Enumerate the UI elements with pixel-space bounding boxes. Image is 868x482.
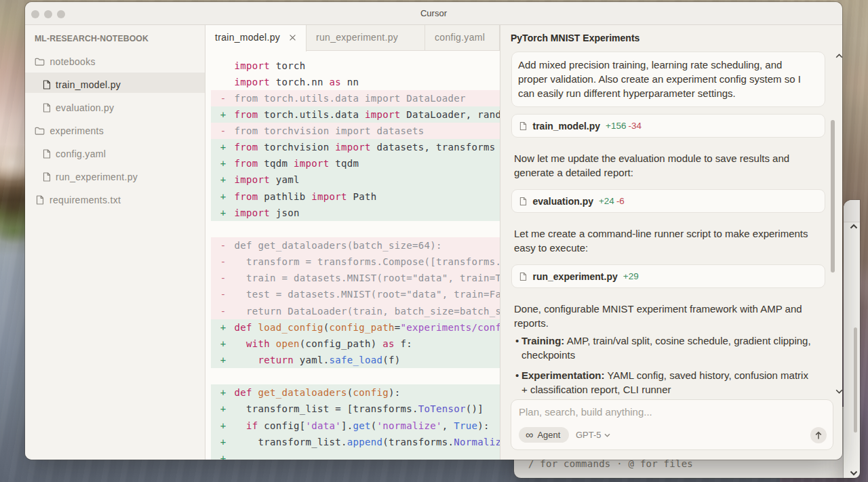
assistant-paragraph: Done, configurable MNIST experiment fram… — [514, 302, 819, 330]
code-line: -from torch.utils.data import DataLoader — [211, 90, 500, 106]
assistant-paragraph: Now let me update the evaluation module … — [514, 151, 819, 180]
file-diff-chip-evaluation-py[interactable]: evaluation.py+24-6 — [511, 189, 825, 213]
code-token: def — [235, 387, 252, 398]
tab-train-model-py[interactable]: train_model.py — [205, 25, 307, 52]
sidebar-item-notebooks[interactable]: notebooks — [25, 50, 205, 73]
editor-column: train_model.pyrun_experiment.pyconfig.ya… — [205, 25, 500, 460]
scroll-up-icon[interactable] — [850, 224, 858, 229]
model-name: GPT-5 — [576, 430, 601, 440]
diff-plus-sign: + — [218, 418, 228, 434]
agent-mode-pill[interactable]: ∞ Agent — [519, 427, 569, 443]
diff-minus-sign: - — [218, 270, 228, 286]
chip-added-count: +29 — [623, 271, 639, 281]
chat-composer[interactable]: Plan, search, build anything... ∞ Agent … — [511, 399, 833, 450]
cursor-window: Cursor ML-RESEARCH-NOTEBOOK notebookstra… — [25, 2, 842, 460]
file-diff-chip-train-model-py[interactable]: train_model.py+156-34 — [511, 114, 825, 138]
code-token: ()] — [466, 403, 484, 414]
code-token: transform_list. — [235, 437, 347, 447]
diff-plus-sign: + — [218, 139, 228, 155]
editor-tabbar: train_model.pyrun_experiment.pyconfig.ya… — [205, 25, 500, 51]
file-icon — [43, 80, 51, 89]
code-token: from — [235, 158, 258, 169]
assistant-paragraph: Let me create a command-line runner scri… — [514, 226, 819, 255]
diff-minus-sign: - — [218, 303, 228, 319]
code-token: 'normalize' — [377, 420, 442, 431]
tab-config-yaml[interactable]: config.yaml — [425, 25, 500, 51]
code-line: +import yaml — [211, 172, 500, 188]
sidebar-item-label: run_experiment.py — [56, 165, 138, 188]
tab-run-experiment-py[interactable]: run_experiment.py — [307, 25, 425, 51]
code-token: ): — [477, 420, 490, 431]
sidebar-item-requirements-txt[interactable]: requirements.txt — [25, 188, 205, 212]
code-token: transform_list = [transforms. — [235, 403, 418, 414]
code-line: +from torchvision import datasets, trans… — [211, 139, 500, 155]
file-icon — [519, 197, 527, 206]
sidebar-item-label: requirements.txt — [50, 188, 121, 212]
diff-minus-sign: - — [218, 286, 228, 302]
code-line: -def get_dataloaders(batch_size=64): — [211, 237, 500, 254]
chat-scrollbar-thumb[interactable] — [831, 120, 835, 273]
diff-minus-sign: - — [218, 123, 228, 139]
titlebar[interactable]: Cursor — [25, 2, 842, 25]
chat-title: PyTorch MNIST Experiments — [511, 33, 639, 43]
code-token: Path — [347, 191, 377, 202]
chip-added-count: +24 — [599, 196, 614, 206]
code-line: +from torch.utils.data import DataLoader… — [211, 106, 500, 123]
code-token: transform = transforms.Compose([transfor… — [235, 256, 500, 267]
code-token: with — [246, 338, 270, 349]
sidebar-item-label: experiments — [50, 119, 104, 142]
code-token: return DataLoader(train, batch_size=batc… — [235, 306, 500, 317]
diff-minus-sign: - — [218, 254, 228, 270]
sidebar-item-train-model-py[interactable]: train_model.py — [25, 73, 205, 96]
chat-scroll-down-icon[interactable] — [835, 389, 842, 394]
bullet-dot: • — [515, 368, 521, 397]
code-token: f: — [395, 338, 412, 349]
scrollbar-thumb[interactable] — [854, 327, 857, 433]
code-token: (transforms. — [382, 437, 454, 447]
diff-plus-sign: + — [218, 188, 228, 205]
sidebar-item-config-yaml[interactable]: config.yaml — [25, 142, 205, 165]
bullet-bold-label: Experimentation: — [521, 369, 605, 381]
bullet-dot: • — [515, 334, 521, 362]
sidebar-item-label: train_model.py — [56, 73, 121, 96]
code-token — [235, 355, 258, 365]
code-token: from — [235, 142, 258, 153]
code-token: from torch.utils.data import DataLoader — [235, 93, 466, 104]
send-button[interactable] — [810, 427, 827, 443]
code-token: ( — [371, 420, 377, 431]
infinity-icon: ∞ — [526, 428, 533, 442]
code-token: import — [235, 174, 271, 185]
diff-minus-sign: - — [218, 237, 228, 254]
code-token: ): — [389, 387, 401, 398]
assistant-bullet: •Training: AMP, train/val split, cosine … — [515, 334, 822, 362]
diff-plus-sign: + — [218, 450, 228, 460]
code-token: def get_dataloaders(batch_size=64): — [235, 240, 442, 251]
sidebar-item-label: evaluation.py — [56, 96, 114, 119]
window-title: Cursor — [25, 2, 842, 25]
code-token: True — [454, 420, 477, 431]
code-token: datasets, transforms — [371, 142, 496, 153]
window-body: ML-RESEARCH-NOTEBOOK notebookstrain_mode… — [25, 25, 842, 460]
composer-placeholder: Plan, search, build anything... — [519, 406, 652, 418]
code-token: ( — [323, 322, 330, 333]
tab-label: run_experiment.py — [316, 32, 398, 43]
code-line: - test = datasets.MNIST(root="data", tra… — [211, 286, 500, 302]
code-line: + — [211, 450, 500, 460]
code-token — [252, 322, 258, 333]
diff-plus-sign: + — [218, 352, 228, 368]
scroll-down-icon[interactable] — [850, 470, 858, 476]
code-editor[interactable]: import torchimport torch.nn as nn-from t… — [205, 52, 500, 460]
sidebar-item-run-experiment-py[interactable]: run_experiment.py — [25, 165, 205, 188]
code-line: + transform_list.append(transforms.Norma… — [211, 434, 500, 450]
file-diff-chip-run-experiment-py[interactable]: run_experiment.py+29 — [511, 264, 825, 288]
sidebar-item-experiments[interactable]: experiments — [25, 119, 205, 142]
code-line — [211, 368, 500, 384]
close-tab-icon[interactable] — [289, 34, 296, 41]
model-selector[interactable]: GPT-5 — [576, 427, 610, 443]
code-token: as — [382, 338, 395, 349]
sidebar-item-evaluation-py[interactable]: evaluation.py — [25, 96, 205, 119]
code-line: -from torchvision import datasets — [211, 123, 500, 139]
file-icon — [43, 103, 51, 113]
code-token: config[ — [258, 420, 306, 431]
chat-scroll-up-icon[interactable] — [835, 54, 842, 58]
